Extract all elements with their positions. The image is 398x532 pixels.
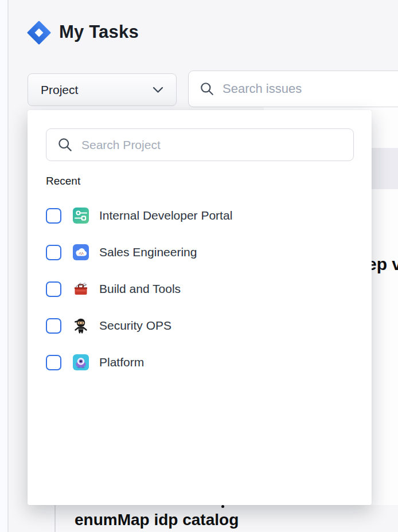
background-text-fragment [221, 505, 224, 508]
background-column-border [54, 505, 56, 532]
project-option-internal-developer-portal[interactable]: Internal Developer Portal [28, 197, 372, 234]
project-option-build-and-tools[interactable]: Build and Tools [28, 271, 372, 307]
toolbox-red-icon [73, 281, 89, 297]
jira-logo-icon [27, 21, 51, 45]
sliders-teal-icon [73, 208, 89, 224]
project-option-sales-engineering[interactable]: Sales Engineering [28, 234, 372, 271]
search-icon [200, 81, 214, 96]
project-option-label: Security OPS [99, 319, 171, 332]
project-option-label: Sales Engineering [99, 245, 197, 259]
app-root: ep v enumMap idp catalog My Tasks Projec… [0, 0, 398, 532]
project-dropdown-panel: Recent Internal Developer Portal [28, 110, 372, 505]
project-list: Internal Developer Portal Sales Engineer [28, 197, 372, 381]
alien-cyan-icon [73, 354, 89, 370]
project-option-label: Build and Tools [99, 282, 181, 296]
search-issues-field[interactable] [188, 71, 398, 107]
project-option-label: Internal Developer Portal [99, 209, 232, 222]
search-issues-input[interactable] [223, 81, 398, 96]
chevron-down-icon [153, 87, 163, 93]
ninja-icon [73, 318, 89, 334]
search-project-field[interactable] [46, 128, 354, 161]
checkbox[interactable] [46, 245, 61, 260]
recent-section-label: Recent [46, 175, 80, 187]
left-rail [0, 0, 9, 532]
checkbox[interactable] [46, 208, 61, 224]
project-option-platform[interactable]: Platform [28, 344, 372, 381]
search-icon [57, 137, 73, 152]
cloud-blue-icon [73, 244, 89, 260]
checkbox[interactable] [46, 318, 61, 334]
background-partial-heading-bottom: enumMap idp catalog [75, 511, 239, 529]
project-filter-label: Project [41, 83, 78, 97]
project-option-security-ops[interactable]: Security OPS [28, 307, 372, 344]
project-filter-button[interactable]: Project [28, 73, 177, 106]
project-option-label: Platform [99, 355, 144, 369]
page-title: My Tasks [59, 22, 139, 42]
search-project-input[interactable] [81, 138, 342, 152]
background-partial-heading-right: ep v [367, 255, 398, 274]
checkbox[interactable] [46, 281, 61, 297]
checkbox[interactable] [46, 355, 61, 370]
